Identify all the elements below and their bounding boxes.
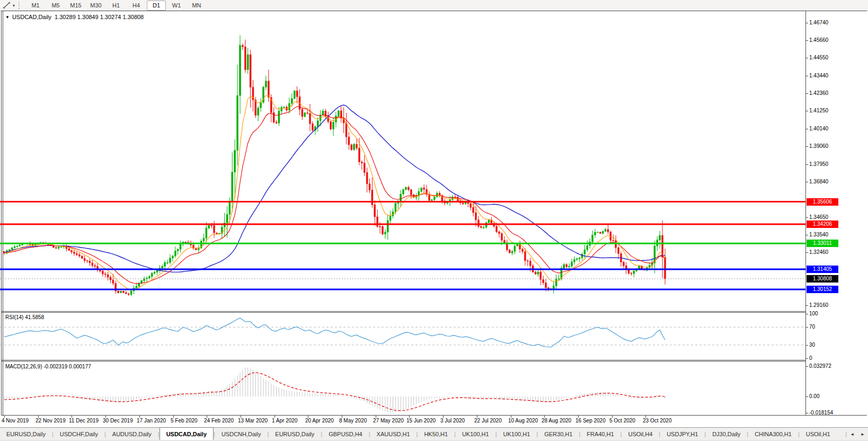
date-label: 4 Nov 2019	[2, 418, 29, 424]
price-tick	[805, 305, 808, 306]
tab-GBPUSD-H4[interactable]: GBPUSD,H4	[322, 428, 369, 440]
chart-title: ▼USDCAD,Daily 1.30289 1.30849 1.30274 1.…	[5, 14, 144, 20]
date-label: 13 Mar 2020	[238, 418, 268, 424]
date-label: 15 Jun 2020	[406, 418, 436, 424]
tab-UK100-H1[interactable]: UK100,H1	[456, 428, 495, 440]
tab-UK100-H1[interactable]: UK100,H1	[497, 428, 537, 440]
line-study-tool-button[interactable]: ▾	[1, 1, 16, 10]
tab-GER30-H1[interactable]: GER30,H1	[538, 428, 579, 440]
timeframe-button-group: M1M5M15M30H1H4D1W1MN	[25, 0, 207, 11]
tab-USDCNH-Daily[interactable]: USDCNH,Daily	[215, 428, 268, 440]
date-label: 10 Aug 2020	[508, 418, 538, 424]
tab-AUDUSD-Daily[interactable]: AUDUSD,Daily	[106, 428, 158, 440]
tab-USOil-H1[interactable]: USOil,H1	[800, 428, 837, 440]
macd-tick	[805, 413, 808, 413]
date-label: 22 Nov 2019	[36, 418, 66, 424]
tab-USDCAD-Daily[interactable]: USDCAD,Daily	[160, 427, 214, 440]
rsi-macd-splitter[interactable]	[1, 360, 805, 360]
collapse-triangle-icon[interactable]: ▼	[5, 15, 10, 20]
price-tick	[805, 252, 808, 253]
macd-tick-label: 0.032972	[809, 363, 831, 369]
main-rsi-splitter[interactable]	[1, 311, 805, 312]
price-tick-label: 1.34650	[809, 214, 828, 220]
price-tick-label: 1.33540	[809, 232, 828, 237]
price-tick	[805, 93, 808, 94]
timeframe-button-MN[interactable]: MN	[187, 1, 206, 11]
tab-USOil-H4[interactable]: USOil,H4	[622, 428, 659, 440]
date-label: 24 Feb 2020	[204, 418, 234, 424]
rsi-label: RSI(14) 41.5858	[5, 314, 44, 320]
date-label: 20 Apr 2020	[305, 418, 334, 424]
chart-tab-bar: EURUSD,Daily|USDCHF,Daily|AUDUSD,Daily|U…	[0, 427, 868, 440]
tab-scroll-left-button[interactable]: ◄	[847, 428, 857, 440]
toolbar-drag-handle[interactable]	[19, 2, 22, 9]
date-label: 28 Aug 2020	[542, 418, 571, 424]
rsi-tick-label: 100	[809, 311, 818, 316]
macd-tick-label: -0.018154	[809, 410, 833, 416]
macd-indicator-canvas[interactable]	[0, 361, 805, 415]
price-tick-label: 1.40140	[809, 126, 828, 131]
date-label: 11 Dec 2019	[69, 418, 99, 424]
tab-USDCHF-Daily[interactable]: USDCHF,Daily	[54, 428, 104, 440]
price-tick-label: 1.39060	[809, 143, 828, 149]
price-tick	[805, 146, 808, 147]
price-tick	[805, 182, 808, 182]
tab-FRA40-H1[interactable]: FRA40,H1	[580, 428, 620, 440]
hline-price-label: 1.30152	[807, 286, 838, 293]
line-study-cursor-icon	[3, 2, 11, 9]
rsi-tick-label: 30	[809, 342, 815, 348]
tab-EURUSD-Daily[interactable]: EURUSD,Daily	[269, 428, 321, 440]
dropdown-caret-icon[interactable]: ▾	[13, 3, 15, 8]
price-tick-label: 1.45660	[809, 37, 828, 43]
price-tick-label: 1.32460	[809, 249, 828, 255]
price-tick	[805, 217, 808, 218]
toolbar: ▾ M1M5M15M30H1H4D1W1MN	[0, 0, 868, 11]
main-chart-canvas[interactable]	[0, 11, 805, 311]
tab-USDJPY-H1[interactable]: USDJPY,H1	[660, 428, 704, 440]
timeframe-button-M5[interactable]: M5	[46, 1, 65, 11]
timeframe-button-W1[interactable]: W1	[167, 1, 186, 11]
macd-label: MACD(12,26,9) -0.002319 0.000177	[5, 364, 91, 369]
hline-price-label: 1.31405	[807, 266, 838, 273]
rsi-tick	[805, 327, 808, 328]
tab-scroll-right-button[interactable]: ►	[857, 428, 868, 440]
time-axis-border	[1, 415, 867, 416]
timeframe-button-H4[interactable]: H4	[127, 1, 146, 11]
timeframe-button-M1[interactable]: M1	[26, 1, 45, 11]
hline-price-label: 1.35606	[807, 198, 838, 206]
rsi-indicator-canvas[interactable]	[0, 313, 805, 360]
timeframe-button-M30[interactable]: M30	[86, 1, 105, 11]
price-tick	[805, 164, 808, 165]
price-tick	[805, 40, 808, 41]
macd-tick-label: 0.00	[809, 393, 819, 399]
date-label: 16 Sep 2020	[575, 418, 606, 424]
timeframe-button-D1[interactable]: D1	[147, 1, 166, 11]
tab-HK50-H1[interactable]: HK50,H1	[418, 428, 454, 440]
price-tick	[805, 129, 808, 129]
date-label: 30 Dec 2019	[103, 418, 133, 424]
chart-ohlc-values: 1.30289 1.30849 1.30274 1.30808	[55, 14, 144, 20]
chart-symbol-label: USDCAD,Daily	[12, 14, 51, 20]
date-label: 27 May 2020	[373, 418, 404, 424]
price-tick-label: 1.29160	[809, 302, 828, 308]
tab-EURUSD-Daily[interactable]: EURUSD,Daily	[0, 428, 52, 440]
date-label: 3 Jul 2020	[440, 418, 465, 424]
hline-price-label: 1.33011	[807, 240, 838, 247]
rsi-tick-label: 70	[809, 324, 815, 330]
tab-XAUUSD-H1[interactable]: XAUUSD,H1	[370, 428, 417, 440]
rsi-tick	[805, 345, 808, 346]
date-label: 1 Apr 2020	[272, 418, 297, 424]
date-label: 8 May 2020	[339, 418, 367, 424]
macd-tick	[805, 396, 808, 397]
price-tick	[805, 235, 808, 235]
tab-CHINA300-H1[interactable]: CHINA300,H1	[748, 428, 798, 440]
hline-price-label: 1.34206	[807, 220, 838, 228]
timeframe-button-H1[interactable]: H1	[107, 1, 126, 11]
price-axis-border	[805, 11, 806, 416]
price-tick-label: 1.36840	[809, 179, 828, 184]
price-tick-label: 1.46740	[809, 20, 828, 25]
macd-tick	[805, 366, 808, 367]
tab-DJ30-Daily[interactable]: DJ30,Daily	[706, 428, 747, 440]
date-label: 5 Oct 2020	[609, 418, 635, 424]
timeframe-button-M15[interactable]: M15	[66, 1, 85, 11]
